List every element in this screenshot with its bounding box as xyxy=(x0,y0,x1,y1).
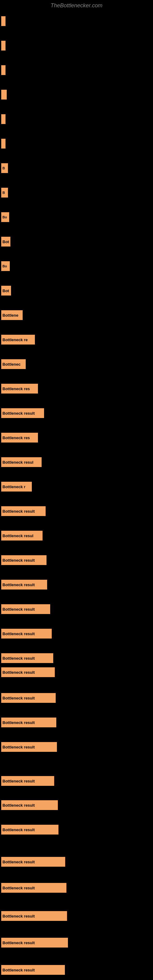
bottleneck-bar-17: Bottleneck res xyxy=(1,433,38,442)
bottleneck-bar-36: Bottleneck result xyxy=(1,911,67,921)
bar-label-23: Bottleneck result xyxy=(2,582,35,587)
bar-label-37: Bottleneck result xyxy=(2,940,35,945)
bottleneck-bar-2 xyxy=(1,65,5,75)
bar-label-13: Bottleneck re xyxy=(2,337,27,342)
bar-label-19: Bottleneck r xyxy=(2,485,26,489)
bottleneck-bar-6: B xyxy=(1,163,8,173)
bar-label-15: Bottleneck res xyxy=(2,387,30,391)
bottleneck-bar-30: Bottleneck result xyxy=(1,742,57,752)
bar-label-18: Bottleneck resul xyxy=(2,460,33,465)
bar-label-25: Bottleneck result xyxy=(2,632,35,636)
bottleneck-bar-21: Bottleneck resul xyxy=(1,531,43,541)
bar-label-33: Bottleneck result xyxy=(2,827,35,832)
bottleneck-bar-28: Bottleneck result xyxy=(1,693,56,703)
bottleneck-bar-15: Bottleneck res xyxy=(1,384,38,393)
bottleneck-bar-10: Bo xyxy=(1,261,10,271)
bottleneck-bar-18: Bottleneck resul xyxy=(1,457,41,467)
bottleneck-bar-7: B xyxy=(1,188,8,197)
bottleneck-bar-27: Bottleneck result xyxy=(1,667,55,677)
bar-label-22: Bottleneck result xyxy=(2,558,35,563)
bar-label-31: Bottleneck result xyxy=(2,779,35,783)
bottleneck-bar-16: Bottleneck result xyxy=(1,408,44,418)
bottleneck-bar-19: Bottleneck r xyxy=(1,482,32,492)
bottleneck-bar-37: Bottleneck result xyxy=(1,938,68,948)
bar-label-9: Bot xyxy=(2,240,9,244)
bottleneck-bar-23: Bottleneck result xyxy=(1,580,47,590)
bottleneck-bar-29: Bottleneck result xyxy=(1,718,56,727)
bottleneck-bar-11: Bot xyxy=(1,286,11,296)
bottleneck-bar-22: Bottleneck result xyxy=(1,555,46,565)
bar-label-36: Bottleneck result xyxy=(2,914,35,918)
site-title: TheBottlenecker.com xyxy=(0,0,153,10)
bottleneck-bar-35: Bottleneck result xyxy=(1,883,66,893)
bottleneck-bar-0 xyxy=(1,16,5,26)
bar-label-29: Bottleneck result xyxy=(2,720,35,725)
bar-label-26: Bottleneck result xyxy=(2,656,35,660)
bottleneck-bar-31: Bottleneck result xyxy=(1,776,54,786)
bottleneck-bar-32: Bottleneck result xyxy=(1,800,58,810)
bar-label-38: Bottleneck result xyxy=(2,968,35,972)
bottleneck-bar-24: Bottleneck result xyxy=(1,604,50,614)
bar-label-10: Bo xyxy=(2,264,7,268)
bottleneck-bar-5 xyxy=(1,139,5,148)
bottleneck-bar-13: Bottleneck re xyxy=(1,335,35,345)
bar-label-30: Bottleneck result xyxy=(2,745,35,749)
bar-label-14: Bottlenec xyxy=(2,362,21,367)
bottleneck-bar-33: Bottleneck result xyxy=(1,825,59,835)
bottleneck-bar-26: Bottleneck result xyxy=(1,653,53,663)
bar-label-20: Bottleneck result xyxy=(2,509,35,514)
bar-label-28: Bottleneck result xyxy=(2,696,35,700)
bar-label-32: Bottleneck result xyxy=(2,803,35,808)
bar-label-17: Bottleneck res xyxy=(2,436,30,440)
bar-label-35: Bottleneck result xyxy=(2,886,35,890)
bottleneck-bar-34: Bottleneck result xyxy=(1,857,65,867)
bottleneck-bar-8: Bo xyxy=(1,212,9,222)
bottleneck-bar-9: Bot xyxy=(1,237,10,247)
bottleneck-bar-20: Bottleneck result xyxy=(1,506,46,516)
bar-label-12: Bottlene xyxy=(2,313,18,318)
bar-label-16: Bottleneck result xyxy=(2,411,35,415)
bottleneck-bar-3 xyxy=(1,90,7,100)
bottleneck-bar-25: Bottleneck result xyxy=(1,629,52,638)
bottleneck-bar-1 xyxy=(1,41,5,51)
bar-label-21: Bottleneck resul xyxy=(2,533,33,538)
bar-label-27: Bottleneck result xyxy=(2,670,35,675)
bar-label-8: Bo xyxy=(2,215,7,219)
bar-label-6: B xyxy=(2,166,5,170)
bottleneck-bar-4 xyxy=(1,114,5,124)
bar-label-11: Bot xyxy=(2,288,9,293)
bar-label-7: B xyxy=(2,191,5,194)
bar-label-24: Bottleneck result xyxy=(2,607,35,612)
bottleneck-bar-12: Bottlene xyxy=(1,310,22,320)
bottleneck-bar-38: Bottleneck result xyxy=(1,965,65,975)
bottleneck-bar-14: Bottlenec xyxy=(1,359,26,369)
bar-label-34: Bottleneck result xyxy=(2,860,35,864)
